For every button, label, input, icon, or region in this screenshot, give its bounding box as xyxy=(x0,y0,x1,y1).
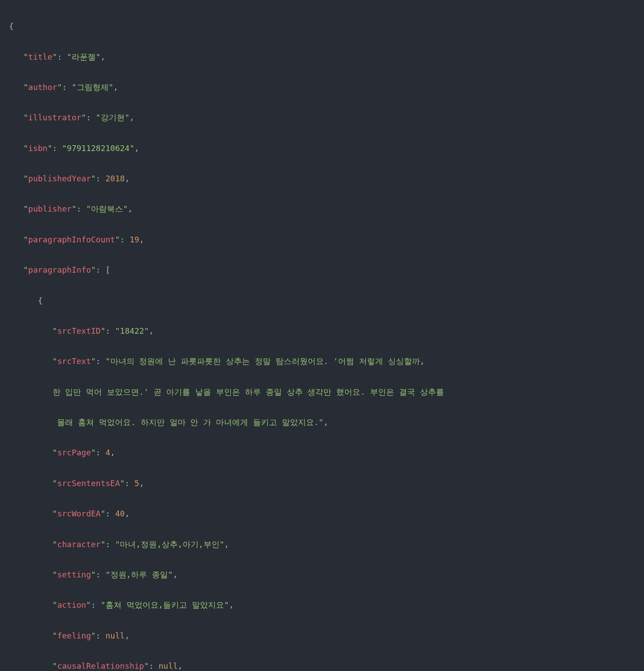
json-line: "feeling": null, xyxy=(9,628,635,643)
json-line: "publisher": "아람북스", xyxy=(9,201,635,217)
json-line: "srcPage": 4, xyxy=(9,445,635,460)
json-line: "author": "그림형제", xyxy=(9,80,635,95)
json-line: 몰래 훔쳐 먹었어요. 하지만 얼마 안 가 마녀에게 들키고 말았지요.", xyxy=(9,415,635,430)
json-line: { xyxy=(9,19,635,34)
json-line: "title": "라푼젤", xyxy=(9,49,635,65)
json-code-block: { "title": "라푼젤", "author": "그림형제", "ill… xyxy=(0,0,644,671)
json-line: 한 입만 먹어 보았으면.' 곧 아기를 낳을 부인은 하루 종일 상추 생각만… xyxy=(9,385,635,400)
json-line: "paragraphInfo": [ xyxy=(9,262,635,278)
json-line: "paragraphInfoCount": 19, xyxy=(9,232,635,247)
json-line: "srcText": "마녀의 정원에 난 파릇파릇한 상추는 정말 탐스러웠어… xyxy=(9,354,635,369)
json-line: "publishedYear": 2018, xyxy=(9,171,635,186)
json-line: "action": "훔쳐 먹었어요,들키고 말았지요", xyxy=(9,597,635,613)
json-line: "setting": "정원,하루 종일", xyxy=(9,567,635,582)
json-line: "isbn": "9791128210624", xyxy=(9,141,635,156)
json-line: "srcSententsEA": 5, xyxy=(9,476,635,491)
json-line: { xyxy=(9,293,635,308)
json-line: "character": "마녀,정원,상추,아기,부인", xyxy=(9,537,635,552)
json-line: "causalRelationship": null, xyxy=(9,659,635,671)
json-line: "srcWordEA": 40, xyxy=(9,506,635,521)
json-line: "srcTextID": "18422", xyxy=(9,323,635,339)
json-line: "illustrator": "강기현", xyxy=(9,110,635,125)
